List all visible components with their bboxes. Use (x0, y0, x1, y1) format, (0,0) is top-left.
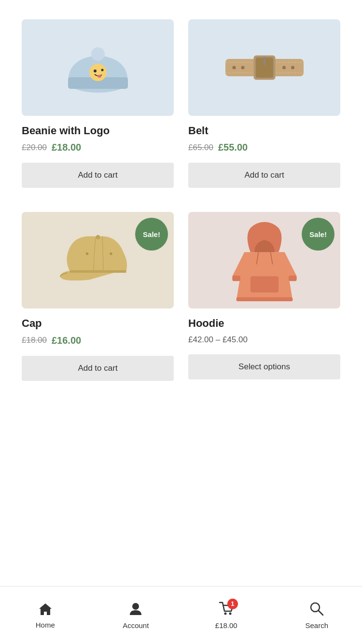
svg-point-2 (91, 47, 105, 61)
product-pricing-beanie: £20.00 £18.00 (22, 142, 81, 153)
svg-point-29 (224, 612, 226, 615)
search-icon (309, 602, 324, 618)
product-image-belt[interactable] (188, 19, 340, 116)
svg-rect-26 (289, 276, 297, 281)
product-cell-cap: Sale! Cap (14, 202, 181, 395)
svg-point-19 (96, 235, 100, 239)
product-cell-hoodie: Sale! (181, 202, 348, 395)
sale-badge-hoodie: Sale! (302, 218, 334, 251)
product-image-beanie[interactable] (22, 19, 174, 116)
select-options-hoodie[interactable]: Select options (188, 354, 340, 379)
cart-amount: £18.00 (215, 621, 237, 630)
product-name-beanie: Beanie with Logo (22, 125, 110, 137)
home-icon (38, 602, 53, 618)
product-image-cap[interactable]: Sale! (22, 212, 174, 308)
belt-illustration (221, 39, 308, 97)
svg-point-12 (241, 66, 244, 69)
product-cell-belt: Belt £65.00 £55.00 Add to cart (181, 10, 348, 202)
bottom-navigation: Home Account 1 £18.00 Sear (0, 586, 362, 644)
svg-point-28 (132, 603, 139, 610)
search-label: Search (305, 621, 328, 630)
svg-point-11 (232, 66, 236, 69)
svg-line-32 (319, 611, 323, 615)
price-original-belt: £65.00 (188, 143, 213, 153)
nav-search[interactable]: Search (272, 602, 362, 630)
cart-badge: 1 (227, 599, 238, 609)
account-label: Account (123, 621, 149, 630)
sale-badge-cap: Sale! (135, 218, 168, 251)
price-sale-cap: £16.00 (52, 335, 81, 346)
svg-rect-27 (236, 297, 292, 301)
nav-account[interactable]: Account (91, 602, 181, 630)
account-icon (129, 602, 142, 618)
svg-point-21 (110, 252, 112, 255)
svg-point-6 (97, 75, 101, 78)
svg-rect-10 (264, 57, 265, 66)
price-original-beanie: £20.00 (22, 143, 47, 153)
add-to-cart-cap[interactable]: Add to cart (22, 356, 174, 381)
product-pricing-hoodie: £42.00 – £45.00 (188, 335, 248, 345)
product-pricing-belt: £65.00 £55.00 (188, 142, 248, 153)
cap-illustration (55, 224, 141, 296)
product-name-belt: Belt (188, 125, 209, 137)
price-sale-beanie: £18.00 (52, 142, 81, 153)
home-label: Home (36, 621, 55, 629)
svg-point-4 (94, 70, 97, 72)
product-name-cap: Cap (22, 317, 42, 330)
svg-rect-25 (232, 276, 240, 281)
nav-cart[interactable]: 1 £18.00 (181, 602, 272, 630)
product-pricing-cap: £18.00 £16.00 (22, 335, 81, 346)
product-cell-beanie: Beanie with Logo £20.00 £18.00 Add to ca… (14, 10, 181, 202)
beanie-illustration (64, 29, 132, 106)
svg-point-13 (282, 66, 285, 69)
svg-point-20 (85, 252, 88, 255)
cart-icon: 1 (219, 602, 234, 618)
nav-home[interactable]: Home (0, 602, 91, 629)
price-sale-belt: £55.00 (218, 142, 248, 153)
svg-rect-22 (250, 277, 278, 293)
svg-point-3 (89, 64, 107, 81)
product-image-hoodie[interactable]: Sale! (188, 212, 340, 308)
hoodie-illustration (228, 214, 301, 306)
product-name-hoodie: Hoodie (188, 317, 224, 330)
price-original-cap: £18.00 (22, 336, 47, 345)
svg-point-30 (229, 612, 231, 615)
add-to-cart-belt[interactable]: Add to cart (188, 163, 340, 188)
svg-point-14 (291, 66, 294, 69)
svg-point-5 (101, 69, 103, 71)
product-grid: Beanie with Logo £20.00 £18.00 Add to ca… (0, 10, 362, 415)
add-to-cart-beanie[interactable]: Add to cart (22, 163, 174, 188)
price-range-hoodie: £42.00 – £45.00 (188, 335, 248, 345)
